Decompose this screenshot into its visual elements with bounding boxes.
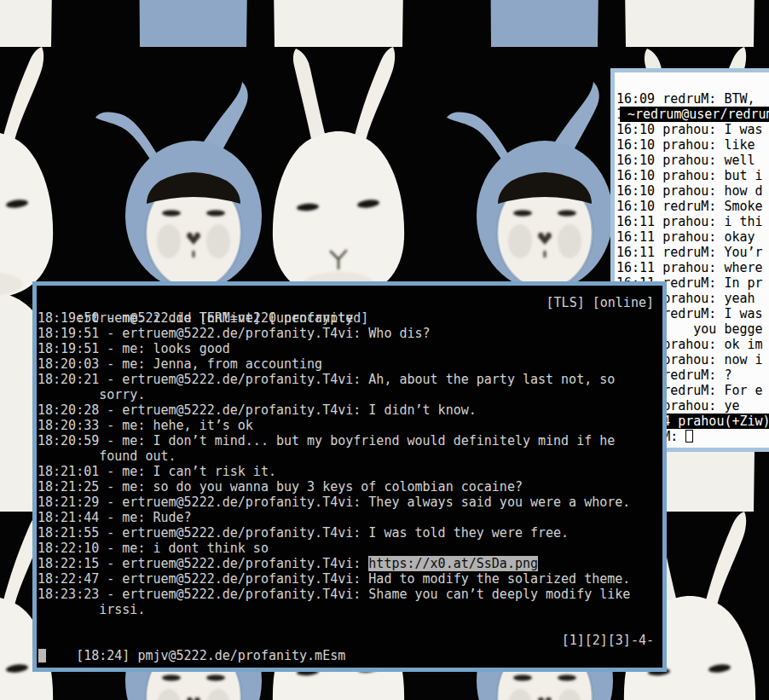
profanity-status-bar: [18:24] pmjv@5222.de/profanity.mEsm [1][…	[38, 633, 662, 648]
profanity-title-bar: ertruem@5222.de [online] [unencrypted] […	[38, 295, 662, 310]
chat-url-prefix: 18:22:15 - ertruem@5222.de/profanity.T4v…	[38, 556, 368, 571]
irc-title-text: ~redrum@user/redrum	[620, 107, 769, 122]
chat-log-bottom[interactable]: 18:22:47 - ertruem@5222.de/profanity.T4v…	[38, 571, 662, 617]
chat-log-top[interactable]: 18:19:50 - me: i did TERM=vt220 profanit…	[38, 310, 662, 556]
status-window-tabs: [1][2][3]-4-	[562, 633, 654, 648]
irc-title-bar: ~redrum@user/redrum	[620, 76, 769, 91]
profanity-contact-title: ertruem@5222.de [online] [unencrypted]	[68, 310, 368, 326]
profanity-terminal-window[interactable]: ertruem@5222.de [online] [unencrypted] […	[32, 281, 667, 672]
chat-url-line: 18:22:15 - ertruem@5222.de/profanity.T4v…	[38, 556, 662, 571]
irc-text-cursor	[685, 430, 693, 443]
profanity-connection-status: [TLS] [online]	[546, 295, 654, 310]
blank-line	[38, 617, 662, 633]
profanity-text-cursor	[38, 649, 46, 662]
profanity-input-line[interactable]	[38, 648, 662, 663]
shared-image-url[interactable]: https://x0.at/SsDa.png	[368, 556, 538, 571]
